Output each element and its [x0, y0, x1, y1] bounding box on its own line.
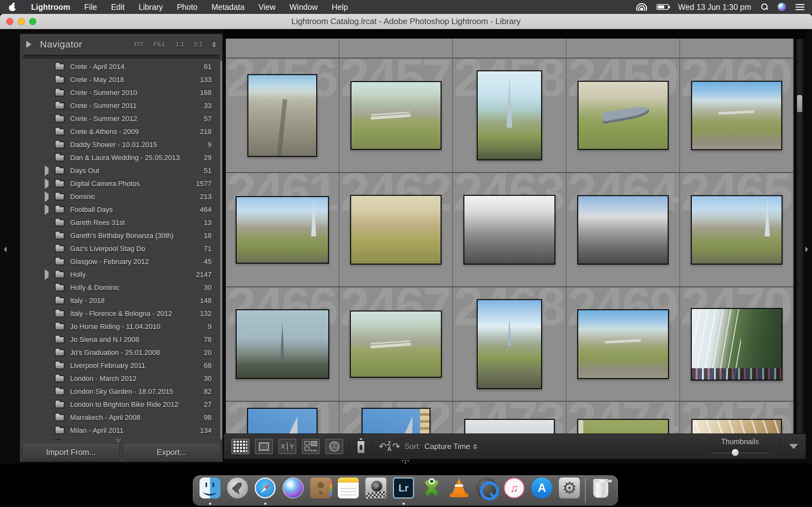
folder-row[interactable]: Milan - April 2011134: [20, 424, 222, 437]
folder-row[interactable]: [20, 437, 222, 440]
folder-row[interactable]: Digital Camera Photos1577: [20, 177, 222, 190]
painter-tool-button[interactable]: [357, 438, 365, 455]
grid-cell[interactable]: 2469: [566, 287, 680, 402]
navigator-header[interactable]: Navigator FIT FILL 1:1 2:1: [20, 34, 222, 55]
survey-view-button[interactable]: [302, 439, 320, 454]
folder-row[interactable]: Gareth's Birthday Bonanza (30th)18: [20, 229, 222, 242]
photo-thumbnail-2462[interactable]: [350, 195, 442, 265]
grid-scrollbar-track[interactable]: [796, 39, 804, 434]
grid-view-button[interactable]: [232, 439, 249, 454]
grid-cell[interactable]: 2459: [566, 59, 680, 173]
menu-clock[interactable]: Wed 13 Jun 1:30 pm: [678, 3, 751, 12]
grid-cell[interactable]: 2458: [453, 59, 566, 173]
grid-cell[interactable]: 2462: [339, 173, 453, 287]
menu-item-window[interactable]: Window: [283, 3, 325, 11]
menu-item-metadata[interactable]: Metadata: [205, 3, 252, 11]
photo-thumbnail-2467[interactable]: [350, 311, 442, 378]
menu-item-file[interactable]: File: [78, 3, 104, 11]
folder-row[interactable]: Football Days464: [20, 204, 222, 216]
zoom-mode-fill[interactable]: FILL: [153, 41, 166, 48]
dock-icon-sysprefs[interactable]: ⚙: [557, 477, 582, 505]
slider-track[interactable]: [710, 451, 770, 454]
toolbar-options-caret-icon[interactable]: [789, 444, 798, 453]
dock-icon-contacts[interactable]: [308, 477, 333, 505]
apple-menu-icon[interactable]: [9, 3, 16, 11]
import-button[interactable]: Import From...: [22, 443, 120, 461]
menu-item-help[interactable]: Help: [325, 3, 355, 11]
dock-icon-quicktime[interactable]: [474, 477, 499, 505]
navigator-disclosure-icon[interactable]: [26, 41, 35, 48]
photo-thumbnail-2459[interactable]: [577, 81, 669, 150]
slider-thumb[interactable]: [731, 447, 739, 456]
grid-cell-empty[interactable]: [339, 39, 453, 59]
battery-icon[interactable]: [657, 4, 669, 10]
photo-thumbnail-2458[interactable]: [477, 70, 542, 160]
folder-row[interactable]: Italy - 2018148: [20, 294, 222, 307]
folder-row[interactable]: Jo Siena and N.I 200878: [20, 333, 222, 346]
zoom-mode-2-1[interactable]: 2:1: [194, 41, 203, 48]
sort-direction-button[interactable]: ↶ ZA ↷: [379, 441, 400, 452]
dock-icon-notes[interactable]: [336, 477, 361, 505]
dock-icon-imagecapture[interactable]: [363, 477, 388, 505]
folder-row[interactable]: London - March 201230: [20, 372, 222, 385]
folder-row[interactable]: Jo Horse Riding - 11.04.20109: [20, 320, 222, 333]
dock-icon-safari[interactable]: [253, 477, 277, 505]
folder-expand-icon[interactable]: [44, 272, 50, 278]
menu-item-library[interactable]: Library: [132, 3, 170, 11]
folder-expand-icon[interactable]: [44, 181, 50, 187]
grid-cell[interactable]: 2470: [680, 287, 794, 402]
photo-thumbnail-2457[interactable]: [351, 81, 442, 150]
folder-row[interactable]: Jo's Graduation - 25.01.200820: [20, 346, 222, 359]
grid-cell-empty[interactable]: [226, 39, 339, 59]
menu-item-lightroom[interactable]: Lightroom: [24, 3, 78, 11]
photo-thumbnail-2474[interactable]: [577, 419, 669, 434]
loupe-view-button[interactable]: [255, 439, 273, 454]
folder-row[interactable]: Marrakech - April 200898: [20, 411, 222, 424]
spotlight-icon[interactable]: [761, 3, 768, 11]
panel-collapse-grip[interactable]: [118, 439, 119, 440]
siri-icon[interactable]: [778, 3, 786, 11]
folder-row[interactable]: Crete - April 201461: [20, 60, 222, 73]
grid-cell[interactable]: 2463: [453, 173, 566, 287]
dock-icon-trash[interactable]: [589, 477, 613, 505]
dock-icon-finder[interactable]: [198, 477, 222, 505]
reveal-right-panel-arrow[interactable]: [805, 246, 811, 252]
folder-row[interactable]: Dominic213: [20, 190, 222, 204]
folder-row[interactable]: London Sky Garden - 18.07.201582: [20, 385, 222, 398]
dock-icon-itunes[interactable]: ♫: [502, 477, 526, 505]
menu-item-view[interactable]: View: [252, 3, 283, 11]
sort-stepper-icon[interactable]: [473, 442, 477, 451]
folder-row[interactable]: Gareth Rees 31st13: [20, 216, 222, 229]
dock-icon-greenx[interactable]: [419, 477, 444, 505]
collapsed-module-picker-bar[interactable]: [224, 29, 806, 39]
sort-value-dropdown[interactable]: Capture Time: [424, 442, 470, 451]
folder-row[interactable]: Crete & Athens - 2009218: [20, 125, 222, 138]
grid-cell[interactable]: 2461: [226, 173, 339, 287]
photo-thumbnail-2466[interactable]: [236, 309, 329, 379]
folder-row[interactable]: Days Out51: [20, 164, 222, 177]
folder-expand-icon[interactable]: [44, 168, 50, 174]
folders-scrollbar[interactable]: [220, 60, 222, 440]
photo-thumbnail-2468[interactable]: [477, 299, 542, 389]
photo-thumbnail-2469[interactable]: [577, 309, 669, 379]
dock-icon-lightroom[interactable]: Lr: [391, 477, 416, 505]
grid-cell[interactable]: 2456: [226, 59, 339, 173]
grid-cell[interactable]: 2472: [339, 402, 453, 434]
grid-cell[interactable]: 2464: [566, 173, 680, 287]
photo-thumbnail-2471[interactable]: [247, 408, 317, 434]
people-view-button[interactable]: [325, 439, 343, 454]
grid-cell[interactable]: 2473: [453, 402, 566, 434]
folder-row[interactable]: Holly & Dominic30: [20, 281, 222, 294]
grid-cell-empty[interactable]: [566, 39, 680, 59]
folder-row[interactable]: Gaz's Liverpool Stag Do71: [20, 242, 222, 256]
folder-row[interactable]: London to Brighton Bike Ride 201227: [20, 398, 222, 411]
dock-icon-siri[interactable]: [281, 477, 305, 505]
folder-expand-icon[interactable]: [44, 207, 50, 213]
zoom-mode-fit[interactable]: FIT: [134, 41, 144, 48]
photo-thumbnail-2464[interactable]: [577, 195, 669, 265]
menu-item-photo[interactable]: Photo: [170, 3, 204, 11]
folder-row[interactable]: Crete - Summer 201133: [20, 100, 222, 112]
grid-cell[interactable]: 2460: [680, 59, 794, 173]
folder-row[interactable]: Crete - May 2018133: [20, 73, 222, 87]
grid-cell-empty[interactable]: [453, 39, 566, 59]
